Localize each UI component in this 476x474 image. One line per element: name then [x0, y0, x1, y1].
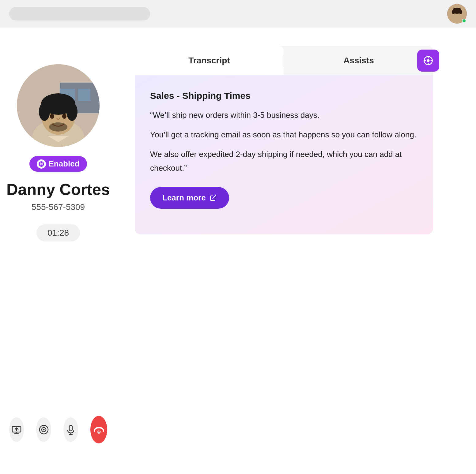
search-bar[interactable] [9, 7, 150, 21]
svg-point-19 [62, 114, 66, 119]
svg-point-35 [43, 426, 44, 427]
ai-badge-inner: N [39, 161, 44, 167]
svg-point-6 [453, 8, 457, 11]
svg-line-27 [213, 195, 216, 198]
external-link-icon [210, 194, 217, 201]
online-status-dot [462, 19, 466, 23]
end-call-button[interactable] [90, 416, 107, 443]
user-avatar-container[interactable] [447, 4, 467, 24]
assist-card: Sales - Shipping Times “We’ll ship new o… [135, 75, 433, 234]
learn-more-button[interactable]: Learn more [150, 187, 229, 209]
svg-rect-36 [69, 425, 72, 431]
svg-point-2 [451, 13, 463, 22]
learn-more-label: Learn more [162, 193, 206, 203]
caller-avatar [17, 64, 100, 147]
call-timer: 01:28 [36, 224, 80, 241]
top-bar [0, 0, 476, 28]
camera-icon [38, 424, 49, 435]
svg-point-17 [66, 103, 77, 121]
left-panel: N Enabled Danny Cortes 555-567-5309 01:2… [0, 28, 116, 474]
ai-icon[interactable] [417, 50, 439, 72]
tabs-wrapper: Transcript Assists [135, 46, 433, 234]
svg-point-22 [427, 59, 430, 62]
svg-point-18 [50, 114, 54, 119]
svg-point-20 [49, 122, 67, 132]
end-call-icon [93, 423, 105, 436]
assist-paragraph-3: We also offer expedited 2-day shipping i… [150, 147, 418, 174]
ai-enabled-badge[interactable]: N Enabled [29, 156, 87, 172]
tab-assists[interactable]: Assists [284, 46, 433, 75]
caller-name: Danny Cortes [6, 180, 110, 199]
caller-phone: 555-567-5309 [32, 202, 85, 212]
tab-transcript[interactable]: Transcript [135, 46, 284, 75]
svg-rect-11 [78, 89, 90, 101]
svg-point-34 [43, 429, 44, 431]
mic-icon [65, 424, 76, 435]
right-panel: Transcript Assists [116, 28, 476, 474]
ai-badge-icon: N [37, 159, 46, 169]
svg-point-7 [457, 8, 461, 11]
tabs-container: Transcript Assists [135, 46, 433, 75]
camera-button[interactable] [36, 417, 51, 442]
enabled-label: Enabled [48, 159, 79, 169]
assist-title: Sales - Shipping Times [150, 91, 418, 101]
assist-paragraph-1: “We’ll ship new orders within 3-5 busine… [150, 108, 418, 122]
share-screen-icon [11, 424, 22, 435]
svg-point-16 [39, 103, 50, 121]
call-controls [0, 416, 116, 443]
share-screen-button[interactable] [9, 417, 24, 442]
assist-paragraph-2: You’ll get a tracking email as soon as t… [150, 128, 418, 141]
mic-button[interactable] [63, 417, 78, 442]
main-content: N Enabled Danny Cortes 555-567-5309 01:2… [0, 28, 476, 474]
